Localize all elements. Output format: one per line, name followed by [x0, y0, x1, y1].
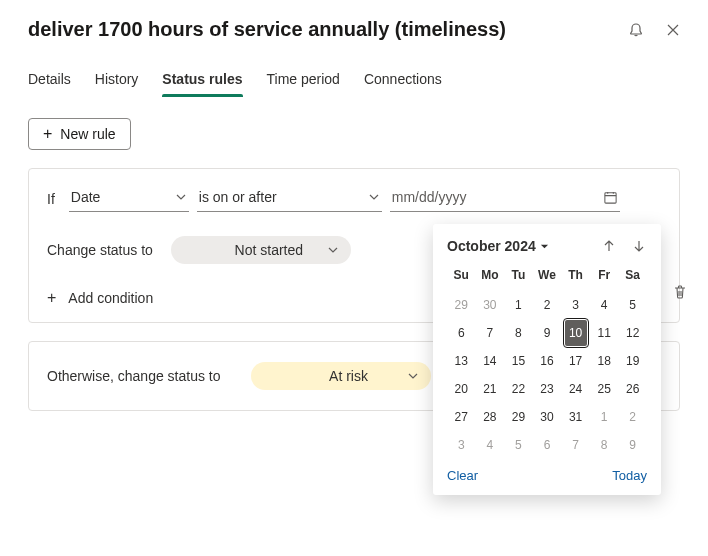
calendar-day[interactable]: 20	[447, 376, 476, 402]
plus-icon: +	[43, 126, 52, 142]
chevron-down-icon	[175, 191, 187, 203]
calendar-day[interactable]: 7	[476, 320, 505, 346]
field-value: Date	[71, 189, 101, 205]
tab-connections[interactable]: Connections	[364, 63, 442, 97]
operator-dropdown[interactable]: is on or after	[197, 185, 382, 212]
calendar-day[interactable]: 25	[590, 376, 619, 402]
add-condition-button[interactable]: + Add condition	[47, 290, 153, 306]
dow-header: Tu	[504, 264, 533, 290]
dow-header: Th	[561, 264, 590, 290]
chevron-down-icon	[407, 370, 419, 382]
calendar-day[interactable]: 21	[476, 376, 505, 402]
prev-month-button[interactable]	[601, 238, 617, 254]
new-rule-button[interactable]: + New rule	[28, 118, 131, 150]
month-selector[interactable]: October 2024	[447, 238, 549, 254]
calendar-day-next-month[interactable]: 3	[447, 432, 476, 458]
calendar-day-prev-month[interactable]: 29	[447, 292, 476, 318]
tab-status-rules[interactable]: Status rules	[162, 63, 242, 97]
calendar-day[interactable]: 19	[618, 348, 647, 374]
calendar-day-next-month[interactable]: 4	[476, 432, 505, 458]
new-rule-label: New rule	[60, 126, 115, 142]
calendar-day[interactable]: 2	[533, 292, 562, 318]
calendar-day[interactable]: 31	[561, 404, 590, 430]
calendar-day[interactable]: 30	[533, 404, 562, 430]
calendar-day[interactable]: 14	[476, 348, 505, 374]
calendar-day[interactable]: 13	[447, 348, 476, 374]
delete-rule-button[interactable]	[672, 284, 688, 303]
datepicker: October 2024 SuMoTuWeThFrSa2930123456789…	[433, 224, 661, 495]
plus-icon: +	[47, 290, 56, 306]
dow-header: Sa	[618, 264, 647, 290]
calendar-day[interactable]: 10	[565, 320, 587, 346]
calendar-day[interactable]: 28	[476, 404, 505, 430]
calendar-day-next-month[interactable]: 5	[504, 432, 533, 458]
calendar-day[interactable]: 1	[504, 292, 533, 318]
calendar-day[interactable]: 15	[504, 348, 533, 374]
calendar-day[interactable]: 3	[561, 292, 590, 318]
dow-header: Fr	[590, 264, 619, 290]
add-condition-label: Add condition	[68, 290, 153, 306]
calendar-day[interactable]: 8	[504, 320, 533, 346]
calendar-day-next-month[interactable]: 1	[590, 404, 619, 430]
dow-header: Mo	[476, 264, 505, 290]
calendar-day[interactable]: 6	[447, 320, 476, 346]
page-title: deliver 1700 hours of service annually (…	[28, 18, 506, 41]
calendar-day-next-month[interactable]: 8	[590, 432, 619, 458]
otherwise-status-value: At risk	[329, 368, 368, 384]
tabs: Details History Status rules Time period…	[0, 63, 708, 98]
calendar-day[interactable]: 4	[590, 292, 619, 318]
status-value: Not started	[235, 242, 303, 258]
svg-rect-0	[605, 192, 616, 202]
chevron-down-icon	[368, 191, 380, 203]
operator-value: is on or after	[199, 189, 277, 205]
dow-header: We	[533, 264, 562, 290]
today-button[interactable]: Today	[612, 468, 647, 483]
calendar-day[interactable]: 29	[504, 404, 533, 430]
calendar-icon	[603, 190, 618, 205]
clear-button[interactable]: Clear	[447, 468, 478, 483]
calendar-day[interactable]: 24	[561, 376, 590, 402]
close-icon[interactable]	[666, 23, 680, 37]
field-dropdown[interactable]: Date	[69, 185, 189, 212]
calendar-day[interactable]: 11	[590, 320, 619, 346]
calendar-day-next-month[interactable]: 7	[561, 432, 590, 458]
calendar-day-next-month[interactable]: 9	[618, 432, 647, 458]
chevron-down-icon	[327, 244, 339, 256]
dow-header: Su	[447, 264, 476, 290]
calendar-day[interactable]: 9	[533, 320, 562, 346]
calendar-day[interactable]: 18	[590, 348, 619, 374]
month-label: October 2024	[447, 238, 536, 254]
notification-icon[interactable]	[628, 22, 644, 38]
tab-history[interactable]: History	[95, 63, 139, 97]
date-placeholder: mm/dd/yyyy	[392, 189, 467, 205]
calendar-day-prev-month[interactable]: 30	[476, 292, 505, 318]
calendar-day[interactable]: 26	[618, 376, 647, 402]
otherwise-status-dropdown[interactable]: At risk	[251, 362, 431, 390]
tab-time-period[interactable]: Time period	[267, 63, 340, 97]
calendar-day[interactable]: 12	[618, 320, 647, 346]
tab-details[interactable]: Details	[28, 63, 71, 97]
calendar-day[interactable]: 17	[561, 348, 590, 374]
otherwise-label: Otherwise, change status to	[47, 368, 221, 384]
calendar-day[interactable]: 16	[533, 348, 562, 374]
calendar-day-next-month[interactable]: 2	[618, 404, 647, 430]
date-input[interactable]: mm/dd/yyyy	[390, 185, 620, 212]
calendar-day[interactable]: 5	[618, 292, 647, 318]
status-dropdown[interactable]: Not started	[171, 236, 351, 264]
calendar-day[interactable]: 23	[533, 376, 562, 402]
calendar-day[interactable]: 27	[447, 404, 476, 430]
calendar-day-next-month[interactable]: 6	[533, 432, 562, 458]
calendar-day[interactable]: 22	[504, 376, 533, 402]
next-month-button[interactable]	[631, 238, 647, 254]
if-label: If	[47, 191, 55, 207]
change-status-label: Change status to	[47, 242, 153, 258]
